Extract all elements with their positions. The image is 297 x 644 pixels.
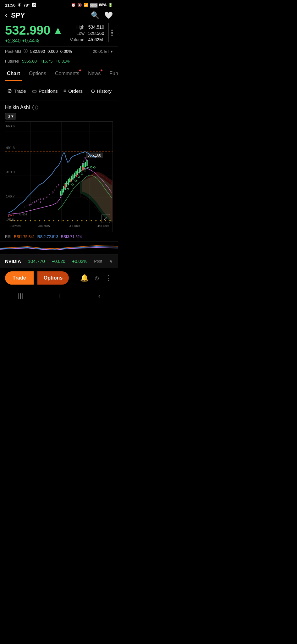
rsi1-value: RSI1:75.841: [14, 235, 35, 239]
tab-comments-label: Comments: [55, 71, 79, 76]
svg-rect-34: [60, 191, 61, 196]
action-bar: ⊘ Trade ▭ Positions ≡ Orders ⊙ History: [0, 81, 118, 101]
volume-label: Volume: [67, 37, 85, 42]
svg-point-28: [100, 220, 101, 221]
nav-back-icon[interactable]: ‹: [98, 292, 100, 300]
chart-info-icon[interactable]: i: [32, 105, 38, 110]
svg-rect-41: [71, 176, 72, 181]
rsi-chart: [0, 242, 118, 254]
price-stats: High 534.510 Low 528.560 Volume 45.62M: [67, 25, 104, 42]
svg-point-87: [8, 215, 9, 217]
post-market-price: 532.990: [30, 49, 45, 54]
rsi3-value: RSI3:71.524: [61, 235, 82, 239]
battery-icon: 🔋: [108, 3, 113, 7]
status-bar: 11:56 ☀ 78° 🖼 ⏰ 🔇 📶 ▓▓▓ 88% 🔋: [0, 0, 118, 9]
post-market-info-icon[interactable]: ⓘ: [24, 48, 28, 54]
svg-point-81: [78, 176, 80, 178]
svg-text:6: 6: [86, 158, 87, 162]
volume-value: 45.62M: [88, 37, 103, 42]
post-market-chevron-icon[interactable]: ▾: [111, 49, 113, 54]
svg-text:7: 7: [56, 186, 58, 189]
tab-options[interactable]: Options: [25, 66, 51, 81]
search-icon[interactable]: 🔍: [91, 11, 99, 19]
tab-options-label: Options: [29, 71, 46, 76]
tab-news[interactable]: News: [84, 66, 105, 81]
svg-marker-33: [80, 176, 112, 222]
svg-point-80: [75, 180, 77, 182]
volume-row: Volume 45.62M: [67, 37, 104, 42]
orders-button[interactable]: ≡ Orders: [59, 86, 87, 96]
scroll-dot-2: [111, 32, 113, 34]
price-section: 532.990 ▲ +2.340 +0.44% High 534.510 Low…: [0, 23, 118, 46]
futures-bar: Futures 5365.00 +16.75 +0.31%: [0, 56, 118, 66]
tab-chart-label: Chart: [7, 71, 20, 76]
alarm-icon: ⏰: [71, 3, 76, 7]
svg-text:6: 6: [34, 201, 35, 203]
wifi-icon: 📶: [84, 3, 88, 7]
futures-label: Futures: [5, 59, 19, 64]
svg-point-23: [77, 220, 78, 221]
futures-change2: +0.31%: [56, 59, 69, 64]
svg-text:3: 3: [81, 163, 83, 166]
svg-point-27: [95, 220, 96, 221]
header-right: 🔍 🤍: [91, 11, 113, 19]
positions-button[interactable]: ▭ Positions: [31, 86, 59, 96]
bottom-ticker-post-label: Post: [94, 259, 102, 264]
post-market-bar: Post-Mkt ⓘ 532.990 0.000 0.00% 20:01 ET …: [0, 46, 118, 56]
period-selector[interactable]: 3 ▾: [5, 113, 16, 119]
status-right: ⏰ 🔇 📶 ▓▓▓ 88% 🔋: [71, 3, 113, 7]
tab-fund[interactable]: Fund: [105, 66, 118, 81]
svg-rect-55: [83, 167, 84, 170]
trade-button[interactable]: ⊘ Trade: [3, 86, 31, 96]
comments-notification-dot: [79, 69, 81, 71]
alert-icon[interactable]: 🔔: [80, 274, 89, 282]
svg-point-26: [91, 220, 92, 221]
svg-text:Jul 2009: Jul 2009: [10, 225, 21, 228]
signal-icon: ▓▓▓: [90, 3, 97, 7]
trade-action-button[interactable]: Trade: [5, 271, 34, 285]
svg-text:4: 4: [83, 160, 85, 163]
history-button[interactable]: ⊙ History: [87, 86, 115, 96]
bottom-ticker[interactable]: NVIDIA 104.770 +0.020 +0.02% Post ∧: [0, 254, 118, 268]
status-image-icon: 🖼: [31, 3, 36, 8]
options-action-button[interactable]: Options: [37, 271, 69, 285]
svg-point-88: [10, 215, 12, 216]
main-price: 532.990 ▲: [5, 23, 63, 37]
back-button[interactable]: ‹: [5, 11, 7, 19]
period-chevron-icon: ▾: [11, 114, 14, 119]
post-market-time: 20:01 ET ▾: [93, 49, 113, 54]
svg-rect-50: [85, 162, 86, 167]
tab-fund-label: Fund: [109, 71, 118, 76]
futures-value: 5365.00: [22, 59, 37, 64]
svg-rect-52: [65, 184, 66, 188]
svg-text:6: 6: [54, 189, 55, 192]
history-icon: ⊙: [91, 88, 95, 94]
orders-icon: ≡: [63, 88, 66, 94]
nav-home-icon[interactable]: □: [59, 292, 63, 300]
bottom-ticker-name: NVIDIA: [5, 258, 21, 264]
svg-point-20: [63, 220, 64, 221]
nav-menu-icon[interactable]: |||: [17, 292, 24, 300]
svg-rect-39: [68, 179, 69, 185]
svg-point-10: [17, 220, 19, 221]
tab-comments[interactable]: Comments: [51, 66, 84, 81]
svg-point-16: [44, 220, 45, 221]
rsi-bar: RSI RSI1:75.841 RSI2:72.813 RSI3:71.524: [0, 232, 118, 242]
bottom-action-bar: Trade Options 🔔 ⎋ ⋮: [0, 268, 118, 288]
tab-chart[interactable]: Chart: [3, 66, 25, 81]
mute-icon: 🔇: [77, 3, 82, 7]
bottom-action-icons: 🔔 ⎋ ⋮: [80, 274, 113, 282]
chart-container[interactable]: 663.6 491.3 319.0 146.7 -25.6 565.160 ⤢: [5, 121, 113, 232]
bottom-ticker-chevron-icon[interactable]: ∧: [109, 258, 113, 264]
svg-text:72.834: 72.834: [19, 213, 27, 216]
svg-rect-49: [84, 163, 85, 169]
more-options-icon[interactable]: ⋮: [105, 274, 113, 282]
svg-point-13: [30, 220, 31, 221]
news-notification-dot: [101, 69, 102, 71]
share-icon[interactable]: ⎋: [95, 275, 99, 282]
chart-title: Heikin Ashi: [5, 105, 30, 110]
watchlist-add-icon[interactable]: 🤍: [104, 11, 113, 19]
svg-point-18: [53, 220, 54, 221]
svg-point-85: [90, 166, 92, 168]
svg-point-19: [58, 220, 59, 221]
